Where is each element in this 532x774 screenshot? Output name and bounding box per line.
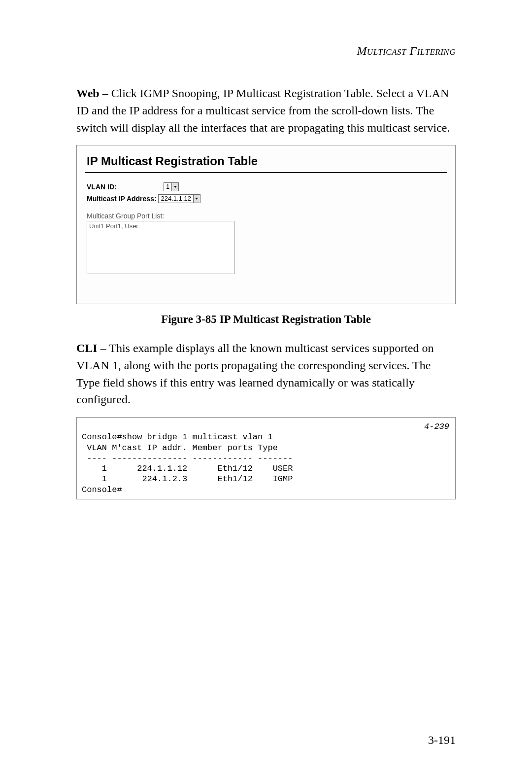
panel-title: IP Multicast Registration Table	[87, 154, 447, 168]
page-number: 3-191	[428, 734, 456, 747]
cli-paragraph: CLI – This example displays all the know…	[76, 340, 456, 408]
figure-caption: Figure 3-85 IP Multicast Registration Ta…	[76, 313, 456, 326]
port-list-label: Multicast Group Port List:	[87, 212, 447, 220]
port-list-item: Unit1 Port1, User	[89, 222, 232, 230]
cli-line-5: 1 224.1.2.3 Eth1/12 IGMP	[82, 474, 293, 484]
cli-line-6: Console#	[82, 485, 122, 494]
cli-line-3: ---- --------------- ------------ ------…	[82, 454, 293, 463]
chevron-down-icon	[174, 186, 177, 188]
web-paragraph: Web – Click IGMP Snooping, IP Multicast …	[76, 85, 456, 136]
panel-divider	[85, 172, 447, 173]
running-header: Multicast Filtering	[76, 44, 456, 58]
multicast-ip-value: 224.1.1.12	[159, 195, 193, 203]
cli-label: CLI	[76, 342, 98, 354]
vlan-id-row: VLAN ID: 1	[87, 182, 447, 191]
chevron-down-icon	[195, 198, 198, 200]
multicast-ip-dropdown[interactable]: 224.1.1.12	[158, 194, 200, 203]
web-label: Web	[76, 87, 100, 100]
figure-panel: IP Multicast Registration Table VLAN ID:…	[76, 145, 456, 304]
multicast-ip-label: Multicast IP Address:	[87, 195, 157, 203]
cli-output-box: 4-239Console#show bridge 1 multicast vla…	[76, 417, 456, 499]
multicast-ip-dropdown-button[interactable]	[193, 195, 200, 203]
web-text: – Click IGMP Snooping, IP Multicast Regi…	[76, 87, 450, 134]
vlan-id-label: VLAN ID:	[87, 183, 162, 191]
multicast-ip-row: Multicast IP Address: 224.1.1.12	[87, 194, 447, 203]
cli-page-ref: 4-239	[424, 422, 449, 432]
vlan-id-dropdown-button[interactable]	[171, 183, 178, 191]
cli-line-4: 1 224.1.1.12 Eth1/12 USER	[82, 464, 293, 473]
cli-text: – This example displays all the known mu…	[76, 342, 433, 406]
vlan-id-value: 1	[164, 183, 171, 191]
cli-line-2: VLAN M'cast IP addr. Member ports Type	[82, 443, 278, 453]
cli-line-1: Console#show bridge 1 multicast vlan 1	[82, 432, 273, 442]
vlan-id-dropdown[interactable]: 1	[164, 182, 179, 191]
port-list-box[interactable]: Unit1 Port1, User	[87, 221, 234, 274]
